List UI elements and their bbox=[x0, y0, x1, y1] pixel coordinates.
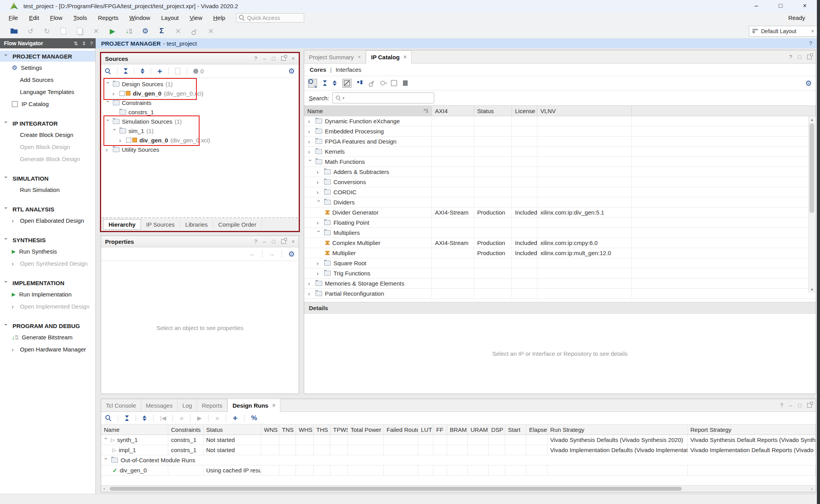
window-close-button[interactable]: × bbox=[793, 2, 817, 9]
catalog-row[interactable]: ›Partial Reconfiguration bbox=[304, 289, 816, 299]
sidebar-section-project-manager[interactable]: ›PROJECT MANAGER bbox=[0, 51, 95, 62]
scroll-down-icon[interactable]: ▼ bbox=[809, 286, 815, 293]
catalog-row[interactable]: ›Square Root bbox=[304, 258, 816, 268]
window-maximize-button[interactable]: □ bbox=[768, 2, 793, 9]
chevron-collapsed-icon[interactable]: › bbox=[119, 137, 124, 143]
catalog-row[interactable]: ›CORDIC bbox=[304, 187, 816, 197]
chevron-collapsed-icon[interactable]: › bbox=[106, 147, 111, 153]
collapse-all-icon[interactable] bbox=[124, 68, 128, 74]
bottom-tab-messages[interactable]: Messages bbox=[141, 399, 178, 412]
minimize-icon[interactable]: – bbox=[789, 402, 792, 408]
sidebar-item-generate-block-design[interactable]: Generate Block Design bbox=[0, 153, 95, 165]
sidebar-section-rtl-analysis[interactable]: ›RTL ANALYSIS bbox=[0, 204, 95, 215]
collapse-all-icon[interactable] bbox=[323, 80, 327, 86]
chevron-collapsed-icon[interactable]: › bbox=[308, 280, 313, 286]
run-column-uram[interactable]: URAM bbox=[468, 424, 488, 435]
chevron-expanded-icon[interactable]: › bbox=[4, 54, 9, 59]
bottom-tab-log[interactable]: Log bbox=[178, 399, 197, 412]
help-icon[interactable]: ? bbox=[254, 55, 257, 62]
run-column-failed-routes[interactable]: Failed Routes bbox=[384, 424, 418, 435]
chevron-expanded-icon[interactable]: › bbox=[4, 323, 9, 328]
maximize-icon[interactable]: □ bbox=[798, 402, 801, 408]
expand-all-icon[interactable] bbox=[143, 415, 146, 421]
delete-button[interactable]: ✕ bbox=[92, 27, 100, 35]
sidebar-item-open-implemented-design[interactable]: ›Open Implemented Design bbox=[0, 300, 95, 312]
chevron-collapsed-icon[interactable]: › bbox=[308, 128, 313, 134]
sidebar-item-run-simulation[interactable]: Run Simulation bbox=[0, 184, 95, 196]
search-toggle-icon[interactable] bbox=[308, 79, 317, 88]
catalog-row[interactable]: ›Embedded Processing bbox=[304, 126, 816, 137]
bottom-tab-reports[interactable]: Reports bbox=[197, 399, 228, 412]
help-icon[interactable]: ? bbox=[90, 41, 93, 46]
chevron-expanded-icon[interactable]: › bbox=[4, 207, 9, 211]
help-icon[interactable]: ? bbox=[780, 402, 783, 408]
chevron-expanded-icon[interactable]: › bbox=[308, 160, 314, 164]
minimize-icon[interactable]: – bbox=[263, 238, 266, 245]
expand-all-icon[interactable]: ⇕ bbox=[82, 41, 86, 46]
chevron-collapsed-icon[interactable]: › bbox=[112, 91, 117, 96]
back-icon[interactable]: ← bbox=[249, 250, 256, 258]
source-tree-item[interactable]: ›Simulation Sources(1) bbox=[101, 117, 299, 126]
tab-ip-catalog[interactable]: IP Catalog× bbox=[366, 50, 412, 64]
catalog-row[interactable]: ›Dynamic Function eXchange bbox=[304, 116, 816, 126]
window-minimize-button[interactable]: – bbox=[744, 2, 768, 9]
horizontal-scrollbar[interactable]: ‹ › bbox=[101, 485, 816, 492]
catalog-row[interactable]: ›Adders & Subtracters bbox=[304, 167, 816, 177]
close-icon[interactable]: × bbox=[403, 54, 406, 60]
design-run-row[interactable]: ›Out-of-Context Module Runs bbox=[101, 455, 816, 465]
chevron-expanded-icon[interactable]: › bbox=[4, 121, 9, 126]
scroll-up-icon[interactable]: ▲ bbox=[809, 116, 815, 122]
chevron-expanded-icon[interactable]: › bbox=[4, 176, 9, 181]
run-column-bram[interactable]: BRAM bbox=[447, 424, 468, 435]
vertical-scrollbar[interactable]: ▲ ▼ bbox=[808, 116, 815, 293]
sidebar-item-ip-catalog[interactable]: IP Catalog bbox=[0, 98, 95, 110]
sidebar-item-run-implementation[interactable]: ▶Run Implementation bbox=[0, 288, 95, 300]
redo-button[interactable]: ↻ bbox=[43, 27, 51, 35]
chevron-collapsed-icon[interactable]: › bbox=[12, 303, 16, 309]
gear-icon[interactable]: ⚙ bbox=[288, 67, 295, 75]
gear-icon[interactable]: ⚙ bbox=[288, 250, 295, 258]
expand-all-icon[interactable] bbox=[141, 68, 144, 74]
chevron-collapsed-icon[interactable]: › bbox=[308, 291, 313, 296]
catalog-row[interactable]: Complex MultiplierAXI4-StreamProductionI… bbox=[304, 238, 816, 248]
percent-icon[interactable]: % bbox=[251, 414, 257, 422]
run-column-ff[interactable]: FF bbox=[433, 424, 447, 435]
scroll-right-icon[interactable]: › bbox=[809, 486, 815, 492]
copy-button[interactable] bbox=[59, 28, 67, 34]
chevron-collapsed-icon[interactable]: › bbox=[308, 118, 313, 124]
source-tree-item[interactable]: ›div_gen_0(div_gen_0.xci) bbox=[101, 135, 299, 145]
run-column-total-power[interactable]: Total Power bbox=[348, 424, 384, 435]
chevron-collapsed-icon[interactable]: › bbox=[317, 189, 321, 195]
chevron-expanded-icon[interactable]: › bbox=[105, 119, 111, 124]
sidebar-item-generate-bitstream[interactable]: ↓0110Generate Bitstream bbox=[0, 331, 95, 343]
help-icon[interactable]: ? bbox=[809, 40, 812, 46]
source-tree-item[interactable]: constrs_1 bbox=[101, 107, 299, 117]
menu-edit[interactable]: Edit bbox=[23, 14, 45, 21]
chevron-expanded-icon[interactable]: › bbox=[4, 280, 9, 285]
chevron-expanded-icon[interactable]: › bbox=[4, 238, 9, 242]
chevron-expanded-icon[interactable]: › bbox=[316, 200, 322, 205]
run-column-report-strategy[interactable]: Report Strategy bbox=[688, 424, 816, 435]
catalog-row[interactable]: MultiplierProductionIncludedxilinx.com:i… bbox=[304, 248, 816, 258]
sidebar-item-open-elaborated-design[interactable]: ›Open Elaborated Design bbox=[0, 215, 95, 227]
column-header-license[interactable]: License bbox=[512, 106, 537, 116]
sidebar-section-implementation[interactable]: ›IMPLEMENTATION bbox=[0, 277, 95, 288]
run-column-run-strategy[interactable]: Run Strategy bbox=[547, 424, 688, 435]
chevron-collapsed-icon[interactable]: › bbox=[308, 138, 313, 144]
help-icon[interactable]: ? bbox=[254, 238, 257, 245]
chevron-expanded-icon[interactable]: › bbox=[105, 100, 111, 105]
column-header-status[interactable]: Status bbox=[474, 106, 512, 116]
forward-icon[interactable]: → bbox=[269, 250, 275, 258]
design-run-row[interactable]: ▷impl_1constrs_1Not startedVivado Implem… bbox=[101, 445, 816, 455]
bottom-tab-design-runs[interactable]: Design Runs× bbox=[227, 399, 280, 412]
sidebar-item-open-synthesized-design[interactable]: ›Open Synthesized Design bbox=[0, 257, 95, 270]
source-tree-item[interactable]: ›Constraints bbox=[101, 98, 299, 107]
run-column-wns[interactable]: WNS bbox=[261, 424, 279, 435]
catalog-row[interactable]: ›FPGA Features and Design bbox=[304, 137, 816, 147]
add-sources-icon[interactable]: + bbox=[157, 67, 162, 75]
sidebar-item-language-templates[interactable]: Language Templates bbox=[0, 86, 95, 98]
run-column-constraints[interactable]: Constraints bbox=[168, 424, 203, 435]
float-icon[interactable] bbox=[281, 239, 286, 244]
catalog-row[interactable]: Divider GeneratorAXI4-StreamProductionIn… bbox=[304, 208, 816, 218]
chevron-collapsed-icon[interactable]: › bbox=[12, 346, 16, 352]
